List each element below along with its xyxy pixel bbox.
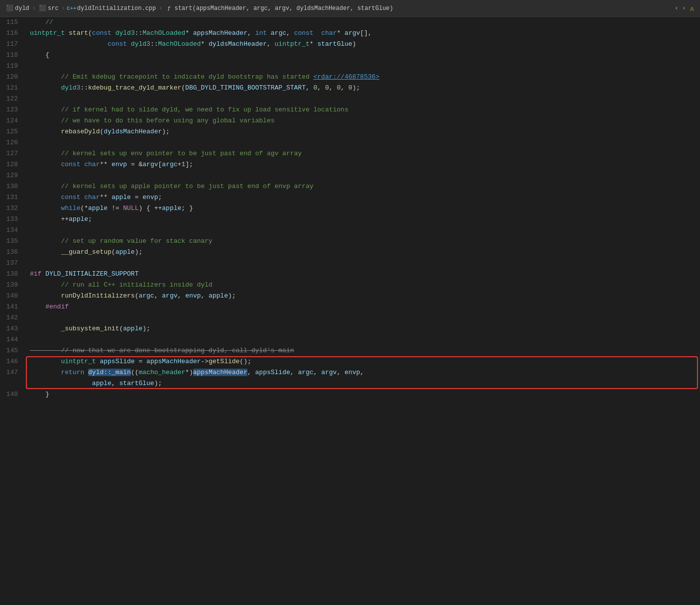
- code-line-136: 136 __guard_setup(apple);: [0, 247, 700, 258]
- breadcrumb-func-label: start(appsMachHeader, argc, argv, dyldsM…: [174, 5, 393, 12]
- line-num-144: 144: [0, 334, 26, 345]
- line-num-134: 134: [0, 225, 26, 236]
- code-line-135: 135 // set up random value for stack can…: [0, 236, 700, 247]
- line-num-148: 148: [0, 389, 26, 400]
- breadcrumb-file-label: dyldInitialization.cpp: [77, 5, 156, 12]
- line-content-140: runDyldInitializers(argc, argv, envp, ap…: [26, 291, 700, 302]
- line-num-121: 121: [0, 83, 26, 94]
- sep2: ›: [62, 5, 65, 12]
- line-content-116: uintptr_t start(const dyld3::MachOLoaded…: [26, 28, 700, 39]
- line-num-118: 118: [0, 50, 26, 61]
- code-line-116: 116 uintptr_t start(const dyld3::MachOLo…: [0, 28, 700, 39]
- line-num-135: 135: [0, 236, 26, 247]
- line-num-137: 137: [0, 258, 26, 269]
- code-line-118: 118 {: [0, 50, 700, 61]
- line-num-141: 141: [0, 302, 26, 312]
- line-num-133: 133: [0, 214, 26, 225]
- code-line-130: 130 // kernel sets up apple pointer to b…: [0, 181, 700, 192]
- line-num-117: 117: [0, 39, 26, 50]
- code-line-129: 129: [0, 170, 700, 181]
- line-content-125: rebaseDyld(dyldsMachHeader);: [26, 126, 700, 137]
- line-content-141: #endif: [26, 302, 700, 312]
- code-line-148: 148 }: [0, 389, 700, 400]
- breadcrumb-src[interactable]: ⬛ src: [39, 5, 59, 12]
- line-content-118: {: [26, 50, 700, 61]
- line-content-136: __guard_setup(apple);: [26, 247, 700, 258]
- code-line-145: 145 // now that we are done bootstrappin…: [0, 345, 700, 356]
- line-num-123: 123: [0, 104, 26, 115]
- code-line-147b: apple, startGlue);: [0, 378, 700, 389]
- line-num-127: 127: [0, 148, 26, 159]
- code-line-142: 142: [0, 312, 700, 323]
- line-num-143: 143: [0, 323, 26, 334]
- line-num-140: 140: [0, 291, 26, 302]
- line-content-132: while(*apple != NULL) { ++apple; }: [26, 203, 700, 214]
- breadcrumb-dyld[interactable]: ⬛ dyld: [6, 5, 29, 12]
- breadcrumb-dyld-label: dyld: [15, 5, 29, 12]
- highlighted-block: 146 uintptr_t appsSlide = appsMachHeader…: [0, 356, 700, 389]
- line-content-147b: apple, startGlue);: [26, 378, 700, 389]
- line-num-130: 130: [0, 181, 26, 192]
- warning-icon: ⚠: [690, 4, 694, 12]
- line-content-145: // now that we are done bootstrapping dy…: [26, 345, 700, 356]
- code-line-147: 147 return dyld::_main((macho_header*)ap…: [0, 367, 700, 378]
- line-content-146: uintptr_t appsSlide = appsMachHeader->ge…: [26, 356, 700, 367]
- line-num-115: 115: [0, 17, 26, 28]
- code-line-140: 140 runDyldInitializers(argc, argv, envp…: [0, 291, 700, 302]
- nav-right-icon[interactable]: ›: [682, 5, 686, 12]
- line-num-128: 128: [0, 159, 26, 170]
- line-num-122: 122: [0, 94, 26, 104]
- line-num-129: 129: [0, 170, 26, 181]
- folder-icon-2: ⬛: [39, 5, 46, 12]
- code-line-120: 120 // Emit kdebug tracepoint to indicat…: [0, 72, 700, 83]
- code-line-137: 137: [0, 258, 700, 269]
- code-line-121: 121 dyld3::kdebug_trace_dyld_marker(DBG_…: [0, 83, 700, 94]
- breadcrumb-right-icons: ‹ › ⚠: [675, 4, 694, 12]
- breadcrumb-bar: ⬛ dyld › ⬛ src › C++ dyldInitialization.…: [0, 0, 700, 17]
- line-content-148: }: [26, 389, 700, 400]
- line-content-117: const dyld3::MachOLoaded* dyldsMachHeade…: [26, 39, 700, 50]
- line-content-139: // run all C++ initializers inside dyld: [26, 280, 700, 291]
- nav-left-icon[interactable]: ‹: [675, 5, 678, 12]
- line-num-120: 120: [0, 72, 26, 83]
- line-content-143: _subsystem_init(apple);: [26, 323, 700, 334]
- code-line-143: 143 _subsystem_init(apple);: [0, 323, 700, 334]
- code-line-123: 123 // if kernel had to slide dyld, we n…: [0, 104, 700, 115]
- line-num-126: 126: [0, 137, 26, 148]
- code-line-115: 115 //: [0, 17, 700, 28]
- code-line-128: 128 const char** envp = &argv[argc+1];: [0, 159, 700, 170]
- line-num-124: 124: [0, 115, 26, 126]
- line-content-133: ++apple;: [26, 214, 700, 225]
- code-line-144: 144: [0, 334, 700, 345]
- line-num-136: 136: [0, 247, 26, 258]
- line-content-138: #if DYLD_INITIALIZER_SUPPORT: [26, 269, 700, 280]
- line-content-135: // set up random value for stack canary: [26, 236, 700, 247]
- line-content-128: const char** envp = &argv[argc+1];: [26, 159, 700, 170]
- breadcrumb-src-label: src: [48, 5, 59, 12]
- line-num-146: 146: [0, 356, 26, 367]
- func-icon: ƒ: [165, 5, 172, 12]
- cpp-icon: C++: [68, 5, 75, 12]
- code-line-122: 122: [0, 94, 700, 104]
- line-content-130: // kernel sets up apple pointer to be ju…: [26, 181, 700, 192]
- line-num-138: 138: [0, 269, 26, 280]
- folder-icon: ⬛: [6, 5, 13, 12]
- code-line-133: 133 ++apple;: [0, 214, 700, 225]
- code-line-138: 138 #if DYLD_INITIALIZER_SUPPORT: [0, 269, 700, 280]
- code-line-146: 146 uintptr_t appsSlide = appsMachHeader…: [0, 356, 700, 367]
- line-content-147: return dyld::_main((macho_header*)appsMa…: [26, 367, 700, 378]
- code-line-141: 141 #endif: [0, 302, 700, 312]
- code-line-139: 139 // run all C++ initializers inside d…: [0, 280, 700, 291]
- code-line-125: 125 rebaseDyld(dyldsMachHeader);: [0, 126, 700, 137]
- line-content-127: // kernel sets up env pointer to be just…: [26, 148, 700, 159]
- code-line-126: 126: [0, 137, 700, 148]
- line-num-139: 139: [0, 280, 26, 291]
- line-num-132: 132: [0, 203, 26, 214]
- line-content-121: dyld3::kdebug_trace_dyld_marker(DBG_DYLD…: [26, 83, 700, 94]
- line-num-131: 131: [0, 192, 26, 203]
- breadcrumb-file[interactable]: C++ dyldInitialization.cpp: [68, 5, 156, 12]
- code-line-117: 117 const dyld3::MachOLoaded* dyldsMachH…: [0, 39, 700, 50]
- line-num-142: 142: [0, 312, 26, 323]
- breadcrumb-func[interactable]: ƒ start(appsMachHeader, argc, argv, dyld…: [165, 5, 393, 12]
- line-content-131: const char** apple = envp;: [26, 192, 700, 203]
